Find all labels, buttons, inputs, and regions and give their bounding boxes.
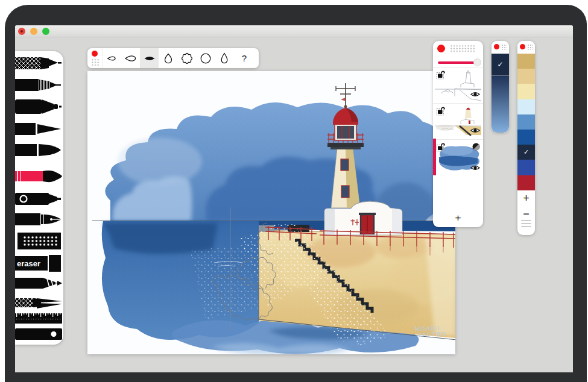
selected-shade[interactable]: ✓ bbox=[492, 54, 509, 76]
swatch-tan[interactable] bbox=[517, 69, 535, 84]
palette-panel: ✓ + − bbox=[517, 41, 535, 235]
add-color-button[interactable]: + bbox=[517, 193, 535, 204]
drawing-canvas[interactable]: MIGUEL CASTRO bbox=[87, 71, 455, 354]
layer-visibility-icon[interactable] bbox=[470, 89, 480, 100]
circle-icon bbox=[198, 51, 213, 66]
swatch-cream[interactable] bbox=[517, 84, 535, 99]
tool-fountain-pen[interactable] bbox=[15, 211, 62, 230]
scalloped-seal-icon bbox=[180, 51, 194, 66]
layer-3-blue-wash[interactable] bbox=[433, 139, 483, 176]
palette-grip-dots-icon bbox=[527, 44, 533, 50]
app-content: eraser bbox=[15, 25, 573, 372]
tool-airbrush[interactable] bbox=[15, 191, 62, 210]
shape-round-drop[interactable] bbox=[159, 48, 177, 68]
layer-2-color-study[interactable] bbox=[433, 103, 483, 139]
layer-visibility-icon[interactable] bbox=[470, 163, 480, 174]
tool-textured-pencil[interactable] bbox=[15, 55, 62, 74]
layers-red-dot bbox=[437, 45, 445, 52]
tool-eraser[interactable]: eraser bbox=[15, 255, 62, 274]
tool-marker[interactable] bbox=[15, 98, 62, 118]
toolbar-grip-dots-icon bbox=[90, 58, 100, 66]
palette-menu-handle[interactable] bbox=[521, 220, 531, 228]
swatch-deep-blue[interactable] bbox=[517, 130, 535, 145]
remove-color-button[interactable]: − bbox=[517, 208, 535, 219]
large-teardrop-icon bbox=[124, 51, 138, 66]
toolbar-red-dot bbox=[92, 51, 98, 57]
swatch-sky-blue[interactable] bbox=[517, 114, 535, 130]
opacity-track bbox=[438, 61, 475, 64]
shade-gradient-strip[interactable]: ✓ bbox=[492, 54, 509, 133]
tool-pastel[interactable] bbox=[15, 232, 62, 252]
titlebar bbox=[15, 25, 573, 37]
brush-shape-toolbar: ? bbox=[87, 48, 259, 68]
layer-blend-icon[interactable] bbox=[472, 142, 480, 153]
layers-grip-dots-icon bbox=[450, 45, 475, 52]
shades-panel: ✓ bbox=[492, 41, 509, 133]
app-window: eraser bbox=[5, 5, 587, 382]
shades-drag-handle[interactable] bbox=[492, 41, 509, 54]
layer-opacity-slider[interactable] bbox=[438, 58, 476, 66]
shape-large-teardrop[interactable] bbox=[121, 48, 140, 68]
swatch-navy-selected[interactable]: ✓ bbox=[517, 145, 535, 160]
swatch-list: ✓ bbox=[517, 54, 535, 190]
swatch-pale-blue[interactable] bbox=[517, 99, 535, 114]
minimize-button[interactable] bbox=[30, 28, 37, 35]
filled-ellipse-icon bbox=[142, 51, 157, 66]
shape-small-teardrop[interactable] bbox=[103, 48, 121, 68]
toolbar-drag-handle[interactable] bbox=[87, 48, 103, 68]
svg-text:eraser: eraser bbox=[17, 259, 40, 268]
tools-sidebar: eraser bbox=[15, 51, 63, 345]
shade-checkmark-icon: ✓ bbox=[497, 60, 503, 69]
tool-fineliner[interactable] bbox=[15, 121, 62, 140]
tool-watercolor-brush[interactable] bbox=[15, 168, 62, 188]
layer-visibility-icon[interactable] bbox=[470, 125, 480, 136]
shape-circle[interactable] bbox=[196, 48, 215, 68]
palette-red-dot bbox=[520, 44, 525, 49]
layers-drag-handle[interactable] bbox=[433, 41, 483, 57]
layer-lock-icon[interactable] bbox=[436, 142, 446, 154]
close-button[interactable] bbox=[18, 28, 25, 35]
tool-blending-stump[interactable] bbox=[15, 295, 62, 313]
shape-scalloped-seal[interactable] bbox=[177, 48, 196, 68]
shades-grip-dots-icon bbox=[501, 44, 507, 50]
tool-ruler[interactable] bbox=[15, 312, 62, 329]
shape-filled-ellipse[interactable] bbox=[140, 48, 159, 68]
shades-red-dot bbox=[494, 44, 499, 49]
shape-water-drop[interactable] bbox=[215, 48, 233, 68]
shade-gradient[interactable] bbox=[492, 76, 509, 133]
swatch-dark-red[interactable] bbox=[517, 175, 535, 190]
add-layer-button[interactable]: + bbox=[433, 211, 483, 225]
artwork: MIGUEL CASTRO bbox=[87, 71, 455, 354]
layer-lock-icon[interactable] bbox=[436, 106, 446, 118]
zoom-button[interactable] bbox=[42, 28, 49, 35]
swatch-royal-blue[interactable] bbox=[517, 160, 535, 175]
tool-pencil[interactable] bbox=[15, 275, 62, 295]
signature-line2: CASTRO bbox=[417, 330, 446, 338]
selected-layer-indicator bbox=[433, 139, 436, 175]
tool-ruler-base[interactable] bbox=[15, 328, 62, 343]
round-drop-icon bbox=[161, 51, 175, 66]
water-drop-icon bbox=[217, 51, 232, 66]
layer-lock-icon[interactable] bbox=[436, 70, 446, 82]
screenshot-stage: eraser bbox=[0, 0, 588, 382]
help-button[interactable]: ? bbox=[233, 48, 255, 68]
palette-drag-handle[interactable] bbox=[517, 41, 535, 54]
small-teardrop-icon bbox=[105, 51, 119, 66]
opacity-knob[interactable] bbox=[473, 58, 481, 66]
tool-brush-pen[interactable] bbox=[15, 142, 62, 161]
swatch-gold[interactable] bbox=[517, 54, 535, 69]
swatch-checkmark-icon: ✓ bbox=[523, 148, 529, 156]
layer-1-sketch[interactable] bbox=[433, 67, 483, 102]
layers-panel: + bbox=[433, 41, 483, 227]
tool-technical-pen[interactable] bbox=[15, 77, 62, 96]
